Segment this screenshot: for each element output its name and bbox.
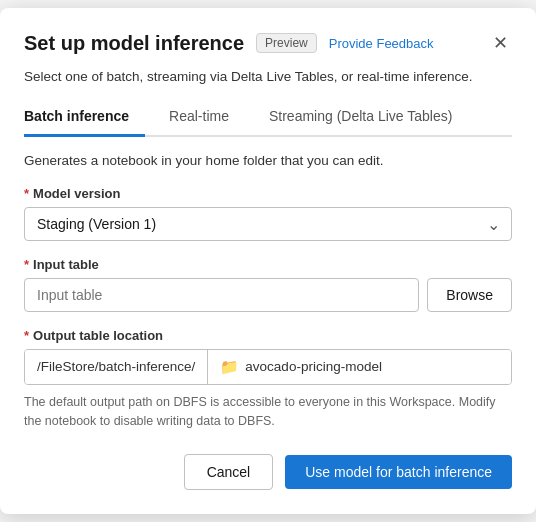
modal-title: Set up model inference [24,32,244,55]
tab-batch-inference[interactable]: Batch inference [24,100,145,137]
tab-real-time[interactable]: Real-time [169,100,245,137]
modal-header: Set up model inference Preview Provide F… [24,32,512,55]
output-hint: The default output path on DBFS is acces… [24,393,512,431]
input-table-input[interactable] [24,278,419,312]
model-version-label-text: Model version [33,186,120,201]
submit-button[interactable]: Use model for batch inference [285,455,512,489]
output-table-field: * Output table location /FileStore/batch… [24,328,512,431]
required-star-2: * [24,257,29,272]
model-version-field: * Model version Staging (Version 1) ⌄ [24,186,512,241]
tab-description: Generates a notebook in your home folder… [24,153,512,168]
output-path-row: /FileStore/batch-inference/ 📁 avocado-pr… [24,349,512,385]
tab-streaming[interactable]: Streaming (Delta Live Tables) [269,100,468,137]
modal: Set up model inference Preview Provide F… [0,8,536,515]
output-path: /FileStore/batch-inference/ [25,350,208,384]
input-table-row: Browse [24,278,512,312]
footer: Cancel Use model for batch inference [24,454,512,490]
tabs: Batch inference Real-time Streaming (Del… [24,100,512,137]
feedback-link[interactable]: Provide Feedback [329,36,434,51]
required-star-3: * [24,328,29,343]
output-table-label: * Output table location [24,328,512,343]
model-version-select-wrapper: Staging (Version 1) ⌄ [24,207,512,241]
output-model-name: avocado-pricing-model [245,359,382,374]
preview-badge: Preview [256,33,317,53]
input-table-field: * Input table Browse [24,257,512,312]
folder-icon: 📁 [220,358,239,376]
close-button[interactable]: ✕ [489,32,512,54]
required-star-1: * [24,186,29,201]
cancel-button[interactable]: Cancel [184,454,274,490]
model-version-select[interactable]: Staging (Version 1) [24,207,512,241]
output-table-label-text: Output table location [33,328,163,343]
model-version-label: * Model version [24,186,512,201]
subtitle: Select one of batch, streaming via Delta… [24,69,512,84]
output-model: 📁 avocado-pricing-model [208,350,511,384]
browse-button[interactable]: Browse [427,278,512,312]
input-table-label-text: Input table [33,257,99,272]
input-table-label: * Input table [24,257,512,272]
